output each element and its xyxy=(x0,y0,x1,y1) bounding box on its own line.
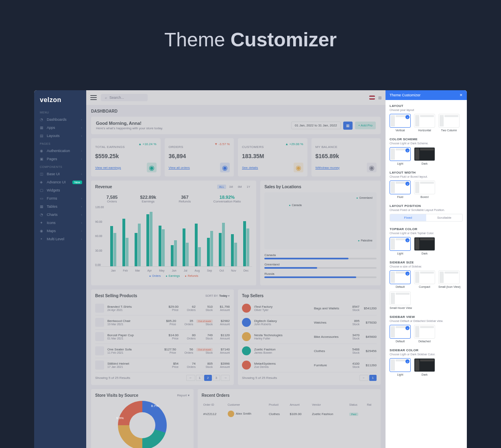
seller-row[interactable]: Digitech GalaxyJohn Roberts Watches 895S… xyxy=(242,315,377,330)
customizer-section: COLOR SCHEMEChoose Light or Dark Scheme.… xyxy=(390,137,463,165)
customizer-section: SIDEBAR VIEWChoose Default or Detached S… xyxy=(390,315,463,343)
close-icon[interactable]: ✕ xyxy=(460,93,463,97)
hamburger-icon[interactable] xyxy=(90,95,97,100)
seller-avatar xyxy=(242,332,251,341)
apps-icon: ▦ xyxy=(40,126,44,130)
search-input[interactable]: ⌕Search... xyxy=(101,94,148,101)
table-row[interactable]: #VZ2112 Alex Smith Clothes $109.00 Zoeti… xyxy=(203,409,376,419)
sidebar-icons[interactable]: ✦Icons› xyxy=(34,219,86,227)
stat-link[interactable]: Withdraw money xyxy=(316,166,340,170)
gauge-icon: ◔ xyxy=(40,117,44,122)
logo: velzon xyxy=(34,94,86,109)
revenue-tabs: ALL 1M 6M 1Y xyxy=(217,185,253,189)
customizer-section: LAYOUTChoose your layout✓VerticalHorizon… xyxy=(390,104,463,132)
page-1[interactable]: 1 xyxy=(369,375,377,381)
chart-icon: ◔ xyxy=(40,213,44,217)
sidebar-forms[interactable]: ▭Forms› xyxy=(34,194,86,202)
theme-option[interactable]: ✓Light xyxy=(390,358,411,376)
segment-option[interactable]: Scrollable xyxy=(426,214,462,221)
page-2[interactable]: 2 xyxy=(204,375,211,381)
stat-link[interactable]: See details xyxy=(242,166,258,170)
sidebar: velzon MENU ◔Dashboards› ▦Apps› ▤Layouts… xyxy=(34,90,86,448)
page-next[interactable]: → xyxy=(221,375,230,381)
theme-option[interactable]: Small Hover View xyxy=(390,291,412,309)
theme-option[interactable]: Horizontal xyxy=(414,114,435,132)
sidebar-layouts[interactable]: ▤Layouts› xyxy=(34,132,86,140)
tab-all[interactable]: ALL xyxy=(217,185,226,189)
locations-card: Sales by Locations Greenland Canada Pale… xyxy=(260,181,381,285)
page-prev[interactable]: ← xyxy=(359,375,368,381)
theme-option[interactable]: Detached xyxy=(414,325,435,343)
form-icon: ▭ xyxy=(40,196,44,200)
date-range[interactable]: 01 Jan, 2022 to 31 Jan, 2022 xyxy=(291,122,341,129)
customizer-section: SIDEBAR SIZEChoose a size of Sidebar.✓De… xyxy=(390,261,463,309)
product-row[interactable]: Stillbird Helmet17 Jan 2021 $54Price 74O… xyxy=(95,358,230,372)
sidebar-dashboards[interactable]: ◔Dashboards› xyxy=(34,115,86,124)
seller-row[interactable]: Nesta TechnologiesHarley Fuller Bike Acc… xyxy=(242,330,377,344)
sidebar-pages[interactable]: ▣Pages› xyxy=(34,155,86,163)
sidebar-advanceui[interactable]: ◈Advance UINew xyxy=(34,178,86,186)
add-product-button[interactable]: + Add Pro xyxy=(355,122,376,129)
top-sellers-card: Top Sellers iTest FactoryOliver Tyler Ba… xyxy=(238,289,381,385)
customizer-section: SIDEBAR COLORChoose Ligth or Dark Sideba… xyxy=(390,348,463,376)
browser-frame: velzon MENU ◔Dashboards› ▦Apps› ▤Layouts… xyxy=(34,90,467,448)
seller-row[interactable]: Zoetic FashionJames Bowen Clothes 5488St… xyxy=(242,344,377,358)
tab-1y[interactable]: 1Y xyxy=(245,185,253,189)
customizer-section: LAYOUT WIDTHChoose Fluid or Boxed layout… xyxy=(390,171,463,198)
stat-link[interactable]: View all orders xyxy=(169,166,190,170)
tab-1m[interactable]: 1M xyxy=(227,185,235,189)
chevron-right-icon: › xyxy=(81,134,82,138)
sidebar-widgets[interactable]: ▢Widgets xyxy=(34,186,86,194)
new-badge: New xyxy=(72,181,82,184)
theme-option[interactable]: ✓Light xyxy=(390,237,411,255)
seller-avatar xyxy=(242,318,251,327)
theme-option[interactable]: Boxed xyxy=(414,181,435,198)
product-row[interactable]: Borosil Paper Cup01 Mar 2021 $14.00Price… xyxy=(95,330,230,344)
search-icon: ⌕ xyxy=(105,96,107,100)
page-3[interactable]: 3 xyxy=(213,375,220,381)
product-image xyxy=(95,346,104,355)
theme-option[interactable]: Dark xyxy=(414,358,435,376)
theme-option[interactable]: Compact xyxy=(414,270,435,288)
tab-6m[interactable]: 6M xyxy=(236,185,244,189)
page-prev[interactable]: ← xyxy=(186,375,195,381)
flag-icon[interactable] xyxy=(369,96,375,100)
theme-option[interactable]: Dark xyxy=(414,147,435,165)
sidebar-apps[interactable]: ▦Apps› xyxy=(34,124,86,132)
calendar-button[interactable]: ▦ xyxy=(343,122,353,130)
location-bar: Russia xyxy=(264,272,377,278)
stat-link[interactable]: View net earnings xyxy=(95,166,121,170)
theme-option[interactable]: ✓Fluid xyxy=(390,181,411,198)
product-row[interactable]: Branded T-Shirts24 Apr 2021 $29.00Price … xyxy=(95,301,230,315)
page-1[interactable]: 1 xyxy=(196,375,203,381)
sidebar-maps[interactable]: ◉Maps› xyxy=(34,227,86,235)
sidebar-tables[interactable]: ▦Tables› xyxy=(34,202,86,211)
report-dropdown[interactable]: Report ▾ xyxy=(177,394,189,397)
theme-option[interactable]: Two Column xyxy=(438,114,460,132)
theme-option[interactable]: ✓Light xyxy=(390,147,411,165)
theme-option[interactable]: ✓Default xyxy=(390,325,411,343)
chevron-right-icon: › xyxy=(81,118,82,122)
sidebar-auth[interactable]: ◉Authentication› xyxy=(34,147,86,155)
seller-row[interactable]: Meta4SystemsZoe Dennis Furniture 4100Sto… xyxy=(242,358,377,372)
cube-icon: ◫ xyxy=(40,172,44,176)
share-icon: ⚬ xyxy=(40,237,44,241)
sidebar-charts[interactable]: ◔Charts› xyxy=(34,211,86,219)
card-title: Store Visits by Source xyxy=(95,393,138,398)
theme-option[interactable]: ✓Vertical xyxy=(390,114,411,132)
theme-option[interactable]: Dark xyxy=(414,237,435,255)
product-row[interactable]: One Seater Sofa11 Feb 2021 $127.50Price … xyxy=(95,344,230,358)
sort-dropdown[interactable]: SORT BY: Today ▾ xyxy=(205,294,230,298)
sidebar-multilevel[interactable]: ⚬Multi Level› xyxy=(34,235,86,243)
status-badge: Paid xyxy=(349,413,358,416)
card-title: Recent Orders xyxy=(202,393,230,398)
product-row[interactable]: Bentwood Chair19 Mar 2021 $85.20Price 35… xyxy=(95,315,230,330)
theme-option[interactable]: ✓Default xyxy=(390,270,411,288)
sidebar-baseui[interactable]: ◫Base UI› xyxy=(34,170,86,178)
grid-icon[interactable]: ⊞ xyxy=(378,96,381,100)
stat-card: ORDERS▼ -3.57 % 36,894 View all orders◉ xyxy=(165,138,234,176)
seller-row[interactable]: iTest FactoryOliver Tyler Bags and Walle… xyxy=(242,301,377,315)
segment-option[interactable]: Fixed xyxy=(390,214,426,221)
legend-refunds: Refunds xyxy=(185,274,198,277)
theme-option[interactable]: Small (Icon View) xyxy=(438,270,460,288)
